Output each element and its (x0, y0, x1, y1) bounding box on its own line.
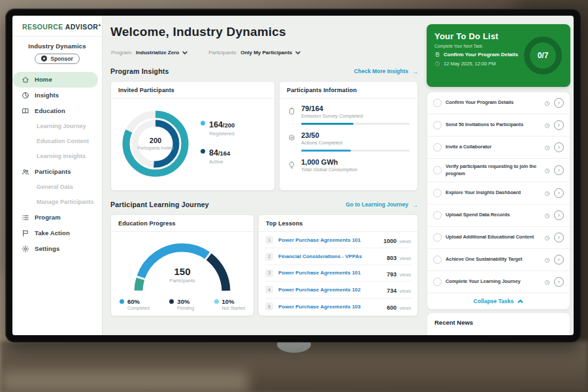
check-more-insights-link[interactable]: Check More Insights → (354, 68, 418, 75)
collapse-tasks-button[interactable]: Collapse Tasks (427, 293, 570, 309)
sidebar-item-learning-journey[interactable]: Learning Journey (12, 119, 102, 134)
task-open-button[interactable] (554, 188, 564, 198)
task-label: Send 50 Invitations to Participants (446, 122, 540, 129)
sidebar-item-learning-insights[interactable]: Learning Insights (12, 149, 102, 164)
sidebar-item-settings[interactable]: Settings (12, 241, 98, 257)
task-checkbox[interactable] (433, 255, 442, 264)
stat-global-consumption: 1,000 GWh Total Global Consumption (287, 158, 410, 172)
actions-progress-bar (301, 150, 410, 152)
lesson-link[interactable]: Power Purchase Agreements 103 (278, 304, 382, 310)
sidebar-item-take-action[interactable]: Take Action (12, 225, 98, 241)
sidebar-item-education-content[interactable]: Education Content (12, 134, 102, 149)
task-open-button[interactable] (554, 98, 564, 108)
lesson-row-3: 3Power Purchase Agreements 101793 views (265, 265, 411, 282)
sidebar-item-home[interactable]: Home (12, 72, 98, 88)
task-row-explore-your-insights-dashboard[interactable]: Explore Your Insights Dashboard (427, 182, 570, 204)
sidebar-item-label: Insights (35, 91, 59, 99)
sidebar-item-program[interactable]: Program (12, 210, 98, 225)
chevron-up-icon (517, 299, 523, 303)
monitor-bezel: RESOURCE ADVISOR+ Industry Dynamics Spon… (5, 8, 581, 342)
brand-primary: RESOURCE (22, 23, 63, 31)
task-row-invite-a-collaborator[interactable]: Invite a Collaborator (427, 137, 570, 159)
task-checkbox[interactable] (433, 233, 442, 242)
task-checkbox[interactable] (433, 189, 442, 197)
task-row-confirm-your-program-details[interactable]: Confirm Your Program Details (427, 92, 570, 114)
participants-filter[interactable]: Participants: Only My Participants (208, 50, 301, 56)
go-to-learning-journey-text: Go to Learning Journey (346, 201, 408, 208)
lesson-link[interactable]: Financial Considerations - VPPAs (278, 253, 382, 259)
task-row-upload-spend-data-records[interactable]: Upload Spend Data Records (427, 204, 570, 227)
lesson-row-5: 5Power Purchase Agreements 103600 views (265, 299, 411, 315)
survey-progress-bar (301, 123, 410, 125)
task-open-button[interactable] (554, 142, 564, 152)
task-checkbox[interactable] (433, 166, 442, 174)
task-open-button[interactable] (554, 255, 564, 265)
pending-label: Pending (177, 306, 194, 310)
lesson-rank: 3 (265, 269, 273, 277)
task-row-send-50-invitations-to-participants[interactable]: Send 50 Invitations to Participants (427, 114, 570, 137)
donut-legend: 164/200 Registered 84/164 Active (201, 118, 235, 180)
lesson-rank: 1 (265, 236, 273, 244)
top-lessons-card: Top Lessons 1Power Purchase Agreements 1… (258, 214, 418, 316)
sidebar: RESOURCE ADVISOR+ Industry Dynamics Spon… (12, 16, 103, 335)
sidebar-item-education[interactable]: Education (12, 103, 98, 119)
chevron-down-icon (182, 51, 188, 55)
lesson-views: 600 views (387, 301, 411, 312)
card-title: Top Lessons (259, 215, 417, 232)
task-open-button[interactable] (554, 233, 564, 242)
task-checkbox[interactable] (433, 99, 442, 107)
not-started-value: 10% (222, 298, 245, 305)
take-action-icon (22, 229, 29, 237)
lesson-link[interactable]: Power Purchase Agreements 101 (278, 270, 382, 276)
todo-progress-value: 0/7 (538, 51, 549, 60)
task-checkbox[interactable] (433, 121, 442, 129)
completed-dot-icon (120, 299, 124, 304)
task-checkbox[interactable] (433, 211, 442, 220)
chevron-down-icon (295, 51, 301, 55)
clock-icon (544, 97, 550, 109)
sidebar-item-participants[interactable]: Participants (12, 164, 98, 180)
lesson-link[interactable]: Power Purchase Agreements 102 (278, 287, 382, 293)
task-checkbox[interactable] (433, 143, 442, 152)
gauge-center-label: Participants (130, 278, 235, 284)
stat-label: Total Global Consumption (301, 167, 357, 172)
completed-value: 60% (127, 298, 150, 305)
task-open-button[interactable] (554, 165, 564, 175)
task-row-achieve-one-sustainability-target[interactable]: Achieve One Sustainability Target (427, 249, 570, 271)
task-label: Upload Additional Educational Content (446, 234, 540, 241)
stat-label: Actions Completed (301, 140, 342, 146)
document-icon (434, 52, 440, 57)
participants-information-card: Participants Information 79/164 Emission… (279, 81, 418, 191)
task-label: Invite a Collaborator (446, 144, 540, 151)
program-filter[interactable]: Program: Industrialize Zero (111, 50, 188, 56)
lesson-views: 734 views (387, 284, 411, 295)
sidebar-item-label: Take Action (35, 229, 70, 237)
sidebar-item-general-data[interactable]: General Data (12, 180, 102, 195)
stat-actions-completed: 23/50 Actions Completed (287, 131, 410, 146)
completed-label: Completed (127, 306, 150, 310)
clock-icon (544, 232, 550, 244)
task-open-button[interactable] (554, 120, 564, 130)
lesson-row-1: 1Power Purchase Agreements 1011000 views (265, 232, 411, 248)
sidebar-item-label: Learning Insights (37, 153, 86, 159)
registered-value: 164 (209, 120, 223, 129)
task-open-button[interactable] (554, 210, 564, 220)
stat-value: 1,000 GWh (301, 158, 357, 166)
arrow-right-icon: → (412, 201, 418, 208)
clock-icon (544, 120, 550, 131)
clock-icon (544, 254, 550, 266)
sidebar-item-insights[interactable]: Insights (12, 88, 98, 103)
sponsor-badge[interactable]: Sponsor (35, 54, 79, 64)
go-to-learning-journey-link[interactable]: Go to Learning Journey → (346, 201, 418, 208)
registered-total: /200 (223, 122, 235, 129)
task-row-verify-participants-requesting-to-join-the-program[interactable]: Verify participants requesting to join t… (427, 159, 570, 182)
lesson-link[interactable]: Power Purchase Agreements 101 (278, 237, 378, 243)
task-row-complete-your-learning-journey[interactable]: Complete Your Learning Journey (427, 271, 570, 293)
stat-value: 23/50 (301, 131, 342, 139)
task-open-button[interactable] (554, 277, 564, 287)
insights-icon (22, 91, 29, 99)
task-checkbox[interactable] (433, 278, 442, 286)
task-row-upload-additional-educational-content[interactable]: Upload Additional Educational Content (427, 227, 570, 249)
sidebar-item-manage-participants[interactable]: Manage Participants (12, 195, 102, 210)
lesson-views: 793 views (387, 267, 411, 279)
